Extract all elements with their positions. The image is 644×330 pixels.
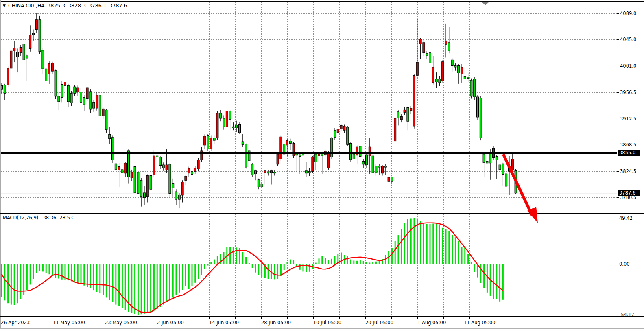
macd-current-values: -38.36 -28.53 xyxy=(41,215,73,221)
date-tick-label: 20 Jul 05:00 xyxy=(365,320,393,326)
date-tick-label: 28 Jun 05:00 xyxy=(261,320,291,326)
macd-name: MACD(12,26,9) xyxy=(3,215,38,221)
chart-window: ▼CHINA300-,H43825.33828.33786.13787.6 MA… xyxy=(0,0,644,330)
support-line xyxy=(1,152,617,154)
ohlc-low: 3786.1 xyxy=(89,2,107,9)
candlesticks xyxy=(1,13,517,209)
price-tick-label: 3956.5 xyxy=(620,90,636,95)
price-tick-label: 3868.5 xyxy=(620,142,636,148)
price-tick-label: 4045.0 xyxy=(620,37,636,42)
symbol-period-label: CHINA300-,H4 xyxy=(8,2,44,9)
date-tick-label: 10 Jul 05:00 xyxy=(313,320,341,326)
ohlc-high: 3828.3 xyxy=(68,2,86,9)
date-tick-label: 2 Jun 05:00 xyxy=(157,320,184,326)
macd-tick-label: -54.17 xyxy=(619,312,634,317)
macd-histogram xyxy=(2,218,503,315)
date-tick-label: 11 Aug 05:00 xyxy=(464,320,496,326)
price-tick-label: 4089.0 xyxy=(620,11,636,16)
price-tick-label: 3824.5 xyxy=(620,168,636,174)
down-arrow-annotation xyxy=(503,154,538,223)
chart-shift-marker-icon xyxy=(482,2,489,5)
date-tick-label: 23 May 05:00 xyxy=(105,320,137,326)
ohlc-close: 3787.6 xyxy=(109,2,127,9)
price-tick-label: 4001.0 xyxy=(620,63,636,69)
date-tick-label: 14 Jun 05:00 xyxy=(209,320,239,326)
macd-tick-label: 0.00 xyxy=(619,261,630,267)
date-tick-label: 1 Aug 05:00 xyxy=(417,320,446,326)
chart-title: ▼CHINA300-,H43825.33828.33786.13787.6 xyxy=(3,2,127,9)
macd-tick-label: 49.42 xyxy=(619,215,633,221)
price-tick-label: 3912.5 xyxy=(620,116,636,122)
date-tick-label: 11 May 05:00 xyxy=(53,320,85,326)
chart-canvas[interactable] xyxy=(0,0,644,330)
ohlc-open: 3825.3 xyxy=(47,2,65,9)
date-tick-label: 26 Apr 2023 xyxy=(1,320,30,326)
symbol-marker-icon: ▼ xyxy=(3,4,6,8)
current-price-chip: 3787.6 xyxy=(618,190,640,196)
support-price-chip: 3855.0 xyxy=(618,150,640,156)
macd-indicator-label: MACD(12,26,9)-38.36 -28.53 xyxy=(3,215,73,221)
